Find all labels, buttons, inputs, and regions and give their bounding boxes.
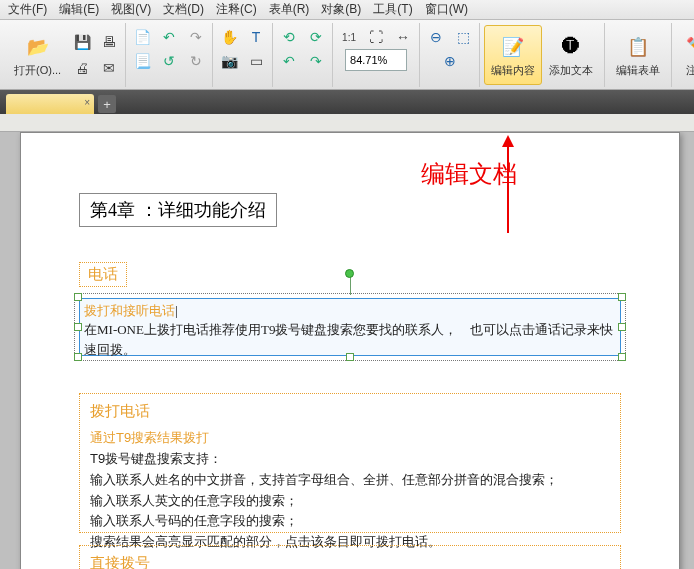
edit-form-icon: 📋 — [624, 33, 652, 61]
info-box-2[interactable]: 直接拨号 拨号：直接输入号码后，按"呼叫"按钮拨出电话 — [79, 545, 621, 569]
marquee-zoom-icon[interactable]: ⬚ — [451, 25, 475, 49]
select-icon[interactable]: ▭ — [244, 49, 268, 73]
box-subtitle: 通过T9搜索结果拨打 — [90, 429, 610, 447]
resize-handle[interactable] — [74, 353, 82, 361]
info-box-1[interactable]: 拨打电话 通过T9搜索结果拨打 T9拨号键盘搜索支持： 输入联系人姓名的中文拼音… — [79, 393, 621, 533]
chapter-title[interactable]: 第4章 ：详细功能介绍 — [79, 193, 277, 227]
resize-handle[interactable] — [618, 353, 626, 361]
menu-object[interactable]: 对象(B) — [321, 1, 361, 18]
rotate-ccw2-icon[interactable]: ↶ — [277, 49, 301, 73]
actual-size-icon[interactable]: 1:1 — [337, 25, 361, 49]
annotate-icon: ✏️ — [683, 33, 694, 61]
zoom-input[interactable] — [345, 49, 407, 71]
resize-handle[interactable] — [74, 293, 82, 301]
box-line: 输入联系人姓名的中文拼音，支持首字母组合、全拼、任意部分拼音的混合搜索； — [90, 470, 610, 491]
tabbar: × + — [0, 90, 694, 114]
menu-view[interactable]: 视图(V) — [111, 1, 151, 18]
document-tab[interactable]: × — [6, 94, 94, 114]
annotation-label: 编辑文档 — [421, 158, 517, 190]
phone-label[interactable]: 电话 — [79, 262, 127, 287]
selected-text-title[interactable]: 拨打和接听电话 — [80, 299, 620, 320]
rotate-ccw-icon[interactable]: ⟲ — [277, 25, 301, 49]
menu-edit[interactable]: 编辑(E) — [59, 1, 99, 18]
camera-icon[interactable]: 📷 — [217, 49, 241, 73]
printer-icon[interactable]: 🖨 — [70, 56, 94, 80]
undo-icon[interactable]: ↶ — [157, 25, 181, 49]
scan-icon[interactable]: 📄 — [130, 25, 154, 49]
resize-handle[interactable] — [74, 323, 82, 331]
undo2-icon[interactable]: ↺ — [157, 49, 181, 73]
rotate-line — [350, 277, 351, 295]
resize-handle[interactable] — [346, 353, 354, 361]
ruler — [0, 114, 694, 132]
menubar: 文件(F) 编辑(E) 视图(V) 文档(D) 注释(C) 表单(R) 对象(B… — [0, 0, 694, 20]
rotate-cw-icon[interactable]: ⟳ — [304, 25, 328, 49]
resize-handle[interactable] — [618, 323, 626, 331]
text-select-icon[interactable]: T — [244, 25, 268, 49]
zoom-out-icon[interactable]: ⊖ — [424, 25, 448, 49]
selected-text-block[interactable]: 拨打和接听电话 在MI-ONE上拨打电话推荐使用T9拨号键盘搜索您要找的联系人，… — [79, 298, 621, 356]
rotate-cw2-icon[interactable]: ↷ — [304, 49, 328, 73]
toolbar: 📂 打开(O)... 💾 🖶 🖨 ✉ 📄 ↶ ↷ 📃 ↺ ↻ ✋ — [0, 20, 694, 90]
fit-width-icon[interactable]: ↔ — [391, 25, 415, 49]
fit-page-icon[interactable]: ⛶ — [364, 25, 388, 49]
save-icon[interactable]: 💾 — [70, 30, 94, 54]
redo2-icon[interactable]: ↻ — [184, 49, 208, 73]
box-title: 拨打电话 — [90, 402, 610, 421]
resize-handle[interactable] — [618, 293, 626, 301]
box-line: T9拨号键盘搜索支持： — [90, 449, 610, 470]
add-text-icon: 🅣 — [557, 33, 585, 61]
menu-comment[interactable]: 注释(C) — [216, 1, 257, 18]
add-tab-button[interactable]: + — [98, 95, 116, 113]
open-button[interactable]: 📂 打开(O)... — [7, 25, 68, 85]
redo-icon[interactable]: ↷ — [184, 25, 208, 49]
add-text-button[interactable]: 🅣 添加文本 — [542, 25, 600, 85]
folder-open-icon: 📂 — [24, 33, 52, 61]
edit-content-icon: 📝 — [499, 33, 527, 61]
print-icon[interactable]: 🖶 — [97, 30, 121, 54]
email-icon[interactable]: ✉ — [97, 56, 121, 80]
edit-form-button[interactable]: 📋 编辑表单 — [609, 25, 667, 85]
close-tab-icon[interactable]: × — [84, 97, 90, 108]
menu-doc[interactable]: 文档(D) — [163, 1, 204, 18]
rotate-handle[interactable] — [345, 269, 354, 278]
menu-form[interactable]: 表单(R) — [269, 1, 310, 18]
page-icon[interactable]: 📃 — [130, 49, 154, 73]
box-title: 直接拨号 — [90, 554, 610, 569]
edit-content-button[interactable]: 📝 编辑内容 — [484, 25, 542, 85]
box-line: 输入联系人号码的任意字段的搜索； — [90, 511, 610, 532]
menu-window[interactable]: 窗口(W) — [425, 1, 468, 18]
menu-file[interactable]: 文件(F) — [8, 1, 47, 18]
zoom-in-icon[interactable]: ⊕ — [438, 49, 462, 73]
box-line: 输入联系人英文的任意字段的搜索； — [90, 491, 610, 512]
annotate-button[interactable]: ✏️ 注释 — [676, 25, 694, 85]
menu-tool[interactable]: 工具(T) — [373, 1, 412, 18]
hand-icon[interactable]: ✋ — [217, 25, 241, 49]
page[interactable]: 第4章 ：详细功能介绍 电话 拨打和接听电话 在MI-ONE上拨打电话推荐使用T… — [20, 132, 680, 569]
workspace: 第4章 ：详细功能介绍 电话 拨打和接听电话 在MI-ONE上拨打电话推荐使用T… — [0, 132, 694, 569]
